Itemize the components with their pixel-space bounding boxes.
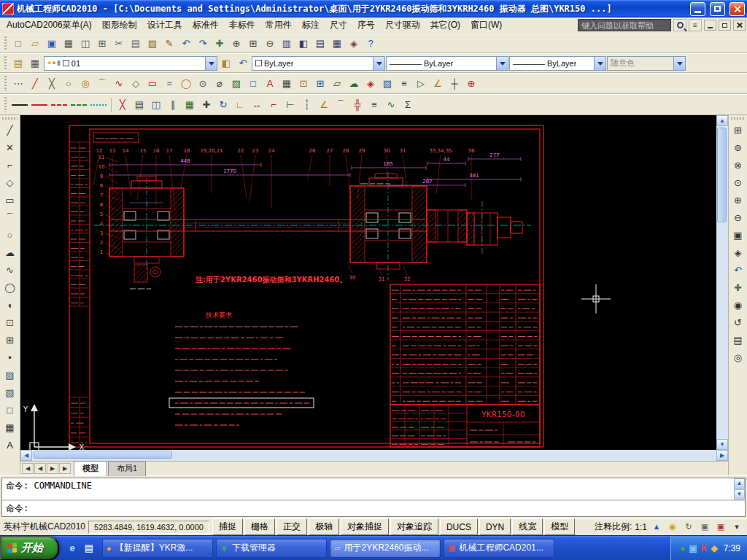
make-object-layer-icon[interactable]: ◧ bbox=[218, 55, 234, 71]
tab-next-button[interactable]: ▶ bbox=[47, 463, 58, 474]
diameter-tool-icon[interactable]: ⌀ bbox=[212, 76, 228, 92]
undo-icon[interactable]: ↶ bbox=[178, 36, 194, 52]
camera-icon[interactable]: ◎ bbox=[729, 349, 746, 366]
lineweight-combo[interactable]: ———— ByLayer bbox=[509, 56, 606, 71]
mirror-tool-icon[interactable]: ◫ bbox=[148, 97, 164, 113]
menu-item[interactable]: 尺寸 bbox=[325, 17, 352, 34]
rectangle-tool-icon[interactable]: ▭ bbox=[144, 76, 160, 92]
pan-realtime-icon[interactable]: ✚ bbox=[729, 279, 746, 296]
rotate-tool-icon[interactable]: ↻ bbox=[215, 97, 231, 113]
table-tool-icon[interactable]: ▦ bbox=[279, 76, 295, 92]
start-button[interactable]: 开始 bbox=[0, 536, 59, 560]
tray-volume-icon[interactable]: ◆ bbox=[711, 543, 717, 553]
properties-icon[interactable]: ▥ bbox=[279, 36, 295, 52]
linetype-combo[interactable]: ———— ByLayer bbox=[386, 56, 508, 71]
arc-tool-icon[interactable]: ⌒ bbox=[94, 76, 110, 92]
mtext-tool-icon[interactable]: A bbox=[262, 76, 278, 92]
line-icon[interactable]: ╱ bbox=[1, 122, 18, 139]
gradient-tool-icon[interactable]: ▧ bbox=[379, 76, 395, 92]
zoom-out-icon[interactable]: ⊖ bbox=[729, 209, 746, 226]
annotation-visibility-icon[interactable]: ◉ bbox=[666, 521, 679, 534]
linetype-sample-solid-red[interactable] bbox=[30, 98, 49, 112]
toolbar-grip[interactable] bbox=[2, 117, 18, 120]
toolbar-lock-icon[interactable]: ▣ bbox=[698, 521, 711, 534]
ray-tool-icon[interactable]: ▷ bbox=[413, 76, 429, 92]
linetype-sample-dashed-green[interactable] bbox=[69, 98, 88, 112]
menu-item[interactable]: 标注 bbox=[297, 17, 325, 34]
region-tool-icon[interactable]: □ bbox=[245, 76, 261, 92]
menu-item[interactable]: 图形绘制 bbox=[97, 17, 142, 34]
drawing-canvas[interactable]: 1213141516171819,20,21222324262728293031… bbox=[20, 115, 716, 450]
toolbar-grip[interactable] bbox=[731, 117, 746, 120]
chevron-down-icon[interactable] bbox=[496, 57, 508, 70]
command-scrollbar[interactable]: ▲ ▼ bbox=[734, 478, 745, 499]
move-tool-icon[interactable]: ✚ bbox=[198, 97, 214, 113]
status-toggle[interactable]: 栅格 bbox=[244, 518, 275, 535]
ellipse-icon[interactable]: ◯ bbox=[1, 279, 18, 296]
open-icon[interactable]: ▱ bbox=[27, 36, 43, 52]
explode-tool-icon[interactable]: ╬ bbox=[349, 97, 365, 113]
restore-button[interactable] bbox=[710, 2, 725, 16]
chevron-down-icon[interactable] bbox=[673, 57, 685, 70]
infocenter-menu-icon[interactable]: ≡ bbox=[689, 19, 702, 31]
zoom-realtime-icon[interactable]: ⊕ bbox=[228, 36, 244, 52]
internet-explorer-icon[interactable]: e bbox=[65, 541, 80, 556]
status-toggle[interactable]: DYN bbox=[479, 518, 511, 535]
tab-first-button[interactable]: ◀ bbox=[22, 463, 34, 474]
wipeout-tool-icon[interactable]: ▱ bbox=[329, 76, 345, 92]
publish-icon[interactable]: ⊞ bbox=[94, 36, 110, 52]
zoom-in-icon[interactable]: ⊕ bbox=[729, 192, 746, 209]
tray-network-icon[interactable]: ▣ bbox=[689, 543, 697, 553]
clean-screen-icon[interactable]: ▣ bbox=[714, 521, 727, 534]
linetype-sample-dashed-red[interactable] bbox=[50, 98, 69, 112]
rectangle-icon[interactable]: ▭ bbox=[1, 192, 18, 209]
trim-tool-icon[interactable]: ⌐ bbox=[266, 97, 282, 113]
scroll-right-icon[interactable]: ▶ bbox=[716, 450, 728, 461]
zoom-center-icon[interactable]: ⊙ bbox=[729, 174, 746, 191]
tray-player-k-icon[interactable]: K bbox=[701, 543, 708, 553]
sum-icon[interactable]: Σ bbox=[400, 97, 416, 113]
layer-previous-icon[interactable]: ↶ bbox=[235, 55, 251, 71]
scroll-down-icon[interactable]: ▼ bbox=[734, 489, 745, 499]
help-search-input[interactable] bbox=[578, 19, 671, 31]
status-toggle[interactable]: DUCS bbox=[440, 518, 478, 535]
scrollbar-thumb[interactable] bbox=[34, 451, 172, 459]
plot-preview-icon[interactable]: ◫ bbox=[77, 36, 93, 52]
menu-item[interactable]: 标准件 bbox=[187, 17, 224, 34]
canvas-vertical-scrollbar[interactable]: ▲ ▼ bbox=[716, 115, 728, 450]
menu-item[interactable]: 序号 bbox=[352, 17, 380, 34]
named-views-icon[interactable]: ▤ bbox=[729, 332, 746, 349]
scroll-up-icon[interactable]: ▲ bbox=[716, 115, 728, 126]
plotstyle-combo[interactable]: 随意色 bbox=[607, 56, 686, 71]
cut-icon[interactable]: ✂ bbox=[111, 36, 127, 52]
insert-block-icon[interactable]: ⊡ bbox=[1, 314, 18, 331]
tab-prev-button[interactable]: ◀ bbox=[34, 463, 46, 474]
layers-icon[interactable]: ▦ bbox=[27, 55, 43, 71]
plot-icon[interactable]: ▦ bbox=[61, 36, 77, 52]
menu-item[interactable]: 常用件 bbox=[260, 17, 297, 34]
markup-icon[interactable]: ◈ bbox=[346, 36, 362, 52]
status-toggle[interactable]: 正交 bbox=[276, 518, 307, 535]
search-icon[interactable] bbox=[673, 19, 686, 31]
polygon-icon[interactable]: ◇ bbox=[1, 174, 18, 191]
status-toggle[interactable]: 捕捉 bbox=[212, 518, 243, 535]
boundary-tool-icon[interactable]: ◈ bbox=[363, 76, 379, 92]
break-tool-icon[interactable]: ┆ bbox=[299, 97, 315, 113]
menu-item[interactable]: 窗口(W) bbox=[465, 17, 507, 34]
hatch-icon[interactable]: ▨ bbox=[1, 367, 18, 384]
menu-item[interactable]: 其它(O) bbox=[425, 17, 465, 34]
status-toggle[interactable]: 对象追踪 bbox=[390, 518, 438, 535]
region-icon[interactable]: □ bbox=[1, 402, 18, 419]
erase-tool-icon[interactable]: ╳ bbox=[115, 97, 131, 113]
point-style-icon[interactable]: ⋯ bbox=[10, 76, 26, 92]
zoom-window-icon[interactable]: ⊞ bbox=[729, 122, 746, 139]
xline-tool-icon[interactable]: ╳ bbox=[44, 76, 60, 92]
revcloud-tool-icon[interactable]: ☁ bbox=[346, 76, 362, 92]
chevron-down-icon[interactable] bbox=[373, 57, 384, 70]
table-icon[interactable]: ▦ bbox=[1, 419, 18, 436]
clock[interactable]: 7:39 bbox=[721, 543, 740, 553]
chevron-down-icon[interactable] bbox=[594, 57, 605, 70]
fillet-tool-icon[interactable]: ⌒ bbox=[333, 97, 349, 113]
status-toggle[interactable]: 线宽 bbox=[512, 518, 543, 535]
status-menu-icon[interactable]: ▾ bbox=[730, 521, 743, 534]
